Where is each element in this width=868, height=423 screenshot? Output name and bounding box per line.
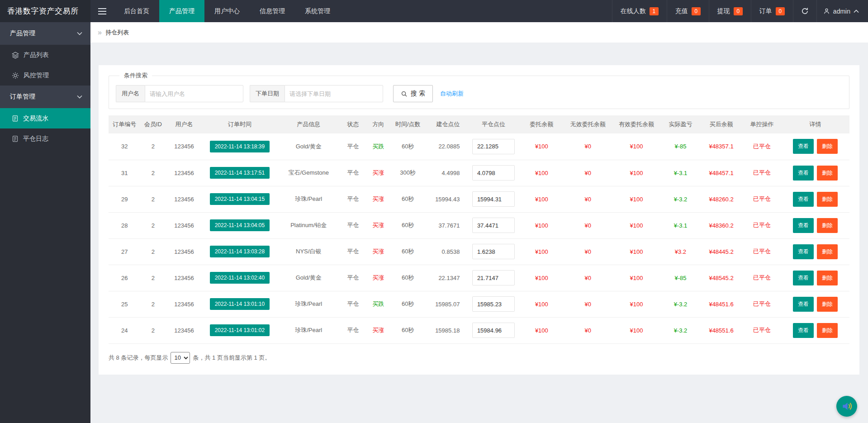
close-point-input[interactable] (472, 323, 515, 338)
delete-button[interactable]: 删除 (817, 192, 838, 207)
cell-close-point (468, 186, 519, 212)
cell-order-time: 2022-11-14 13:04:15 (203, 186, 277, 212)
view-button[interactable]: 查看 (793, 166, 814, 181)
sidebar: 产品管理 产品列表 风控管理 订单管理 交易流水 (0, 22, 90, 423)
stat-withdraw-label: 提现 (717, 7, 730, 15)
view-button[interactable]: 查看 (793, 323, 814, 338)
sidebar-group-label: 订单管理 (10, 93, 35, 101)
sidebar-item-label: 平仓日志 (23, 135, 48, 143)
delete-button[interactable]: 删除 (817, 218, 838, 233)
cell-profit: ¥-3.2 (661, 291, 700, 317)
order-time-badge: 2022-11-14 13:04:05 (210, 219, 270, 231)
cell-status: 平仓 (341, 238, 366, 265)
view-button[interactable]: 查看 (793, 139, 814, 154)
username-label: 用户名 (116, 85, 145, 102)
cell-entrust-balance: ¥100 (519, 317, 564, 343)
delete-button[interactable]: 删除 (817, 323, 838, 338)
stat-withdraw[interactable]: 提现 0 (709, 0, 751, 22)
sidebar-item-product-list[interactable]: 产品列表 (0, 45, 90, 65)
close-point-input[interactable] (472, 296, 515, 312)
sound-toggle-button[interactable] (836, 396, 857, 417)
column-header: 有效委托余额 (612, 115, 661, 133)
column-header: 实际盈亏 (661, 115, 700, 133)
cell-after-balance: ¥48445.2 (700, 238, 743, 265)
cell-order-time: 2022-11-14 13:03:28 (203, 238, 277, 265)
cell-invalid-entrust: ¥0 (564, 212, 612, 238)
stat-orders[interactable]: 订单 0 (751, 0, 793, 22)
cell-control-status: 已平仓 (743, 186, 781, 212)
nav-item-products[interactable]: 产品管理 (159, 0, 204, 22)
sidebar-item-risk-control[interactable]: 风控管理 (0, 65, 90, 86)
positions-table: 订单编号 会员ID 用户名 订单时间 产品信息 状态 方向 时间/点数 建仓点位… (109, 115, 849, 344)
table-row: 31 2 123456 2022-11-14 13:17:51 宝石/Gemst… (109, 160, 849, 186)
auto-refresh-link[interactable]: 自动刷新 (440, 90, 464, 98)
close-point-input[interactable] (472, 218, 515, 233)
refresh-icon[interactable] (793, 0, 816, 22)
nav-item-home[interactable]: 后台首页 (114, 0, 159, 22)
username-input[interactable] (145, 85, 243, 102)
cell-order-time: 2022-11-14 13:02:40 (203, 265, 277, 291)
cell-product: Gold/黄金 (277, 265, 341, 291)
cell-profit: ¥-3.1 (661, 160, 700, 186)
cell-username: 123456 (166, 317, 203, 343)
cell-product: Platinum/铂金 (277, 212, 341, 238)
cell-open-point: 22.0885 (425, 133, 468, 160)
view-button[interactable]: 查看 (793, 192, 814, 207)
cell-status: 平仓 (341, 291, 366, 317)
nav-item-system[interactable]: 系统管理 (295, 0, 340, 22)
delete-button[interactable]: 删除 (817, 244, 838, 259)
cell-actions: 查看删除 (781, 160, 849, 186)
sidebar-group-orders[interactable]: 订单管理 (0, 86, 90, 108)
order-date-input[interactable] (285, 85, 383, 102)
sidebar-item-trade-flow[interactable]: 交易流水 (0, 108, 90, 128)
close-point-input[interactable] (472, 191, 515, 207)
search-button[interactable]: 搜 索 (393, 85, 433, 102)
nav-item-info[interactable]: 信息管理 (250, 0, 295, 22)
cell-direction: 买涨 (365, 265, 391, 291)
page-title: 持仓列表 (105, 29, 129, 37)
cell-period: 60秒 (391, 212, 425, 238)
cell-open-point: 15994.43 (425, 186, 468, 212)
cell-after-balance: ¥48260.2 (700, 186, 743, 212)
sidebar-group-products[interactable]: 产品管理 (0, 22, 90, 45)
cell-control-status: 已平仓 (743, 265, 781, 291)
column-header: 会员ID (140, 115, 166, 133)
cell-product: 宝石/Gemstone (277, 160, 341, 186)
pagination-prefix: 共 8 条记录，每页显示 (109, 354, 168, 362)
menu-icon[interactable] (90, 0, 114, 22)
stat-recharge-badge: 0 (692, 7, 701, 15)
page-size-select[interactable]: 10 (171, 352, 190, 364)
search-button-label: 搜 索 (411, 90, 425, 98)
stat-recharge-label: 充值 (675, 7, 688, 15)
topbar: 香港数字资产交易所 后台首页 产品管理 用户中心 信息管理 系统管理 在线人数 … (0, 0, 868, 22)
cell-order-time: 2022-11-14 13:04:05 (203, 212, 277, 238)
pagination-suffix: 条，共 1 页当前显示第 1 页。 (193, 354, 270, 362)
cell-after-balance: ¥48360.2 (700, 212, 743, 238)
close-point-input[interactable] (472, 244, 515, 259)
view-button[interactable]: 查看 (793, 297, 814, 312)
view-button[interactable]: 查看 (793, 271, 814, 285)
view-button[interactable]: 查看 (793, 244, 814, 259)
close-point-input[interactable] (472, 165, 515, 181)
delete-button[interactable]: 删除 (817, 139, 838, 154)
cell-open-point: 37.7671 (425, 212, 468, 238)
nav-item-users[interactable]: 用户中心 (204, 0, 250, 22)
stat-online[interactable]: 在线人数 1 (612, 0, 667, 22)
speaker-icon (841, 400, 853, 412)
sidebar-item-close-log[interactable]: 平仓日志 (0, 128, 90, 149)
cell-order-time: 2022-11-14 13:18:39 (203, 133, 277, 160)
table-row: 24 2 123456 2022-11-14 13:01:02 珍珠/Pearl… (109, 317, 849, 343)
close-point-input[interactable] (472, 270, 515, 285)
sidebar-item-label: 交易流水 (23, 114, 48, 123)
delete-button[interactable]: 删除 (817, 297, 838, 312)
close-point-input[interactable] (472, 139, 515, 154)
user-menu[interactable]: admin (816, 0, 868, 22)
cell-direction: 买涨 (365, 317, 391, 343)
delete-button[interactable]: 删除 (817, 166, 838, 181)
table-row: 28 2 123456 2022-11-14 13:04:05 Platinum… (109, 212, 849, 238)
delete-button[interactable]: 删除 (817, 271, 838, 285)
stat-recharge[interactable]: 充值 0 (667, 0, 709, 22)
cell-valid-entrust: ¥100 (612, 265, 661, 291)
view-button[interactable]: 查看 (793, 218, 814, 233)
cell-username: 123456 (166, 186, 203, 212)
